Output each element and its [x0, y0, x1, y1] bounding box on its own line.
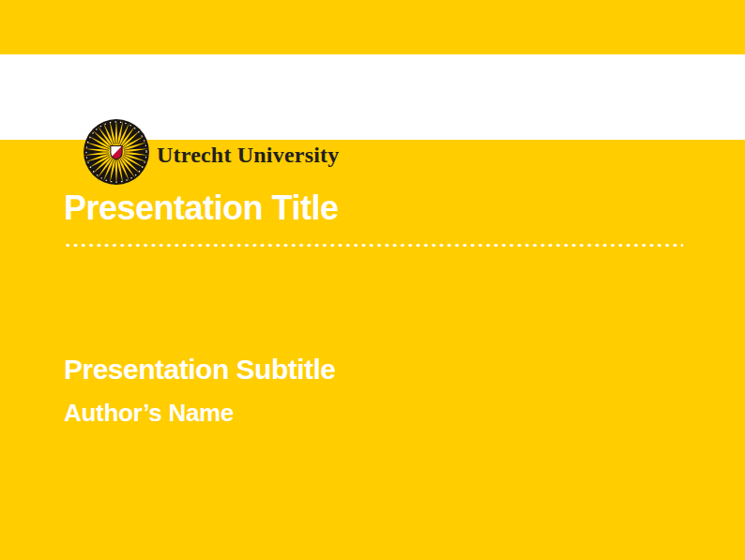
presentation-title: Presentation Title [64, 191, 338, 225]
dotted-divider [64, 243, 683, 248]
header-band: Utrecht University [0, 54, 745, 140]
utrecht-university-logo-icon [83, 118, 150, 186]
university-wordmark: Utrecht University [157, 144, 339, 166]
author-name: Author’s Name [64, 401, 234, 425]
title-slide: Utrecht University Presentation Title Pr… [0, 0, 745, 560]
presentation-subtitle: Presentation Subtitle [64, 356, 336, 384]
